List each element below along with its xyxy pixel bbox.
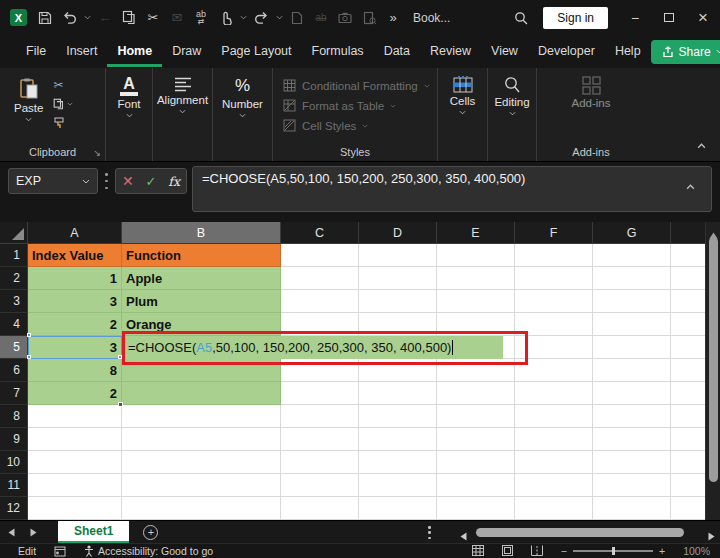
tab-review[interactable]: Review: [420, 36, 481, 67]
cell-b3[interactable]: Plum: [122, 290, 281, 313]
tab-formulas[interactable]: Formulas: [302, 36, 374, 67]
tab-help[interactable]: Help: [605, 36, 651, 67]
zoom-in-icon[interactable]: +: [659, 545, 665, 557]
formula-input[interactable]: =CHOOSE(A5,50,100, 150,200, 250,300, 350…: [192, 166, 712, 212]
cell[interactable]: [671, 336, 705, 359]
column-header-g[interactable]: G: [593, 222, 671, 244]
cell[interactable]: [671, 244, 705, 267]
cell[interactable]: [671, 451, 705, 474]
row-header[interactable]: 3: [0, 290, 28, 313]
cell[interactable]: [281, 474, 359, 497]
undo-dropdown-icon[interactable]: [81, 6, 93, 30]
undo-icon[interactable]: [57, 6, 81, 30]
normal-view-icon[interactable]: [472, 545, 484, 558]
cancel-icon[interactable]: ✕: [122, 173, 134, 189]
insert-function-icon[interactable]: fx: [168, 174, 180, 189]
cell[interactable]: [515, 405, 593, 428]
cell-a4[interactable]: 2: [28, 313, 122, 336]
cell[interactable]: [515, 267, 593, 290]
cell[interactable]: [515, 451, 593, 474]
save-icon[interactable]: [33, 6, 57, 30]
zoom-slider[interactable]: [573, 550, 653, 552]
redo-dropdown-icon[interactable]: [273, 6, 285, 30]
column-header-f[interactable]: F: [515, 222, 593, 244]
row-header[interactable]: 4: [0, 313, 28, 336]
back-icon[interactable]: ←: [93, 6, 117, 30]
previous-sheet-icon[interactable]: [0, 528, 22, 537]
cell[interactable]: [437, 428, 515, 451]
strikethrough-icon[interactable]: ab: [309, 6, 333, 30]
cell[interactable]: [437, 451, 515, 474]
cell-b7[interactable]: [122, 382, 281, 405]
row-header[interactable]: 7: [0, 382, 28, 405]
tab-draw[interactable]: Draw: [162, 36, 211, 67]
cell[interactable]: [359, 313, 437, 336]
cut-button[interactable]: ✂: [53, 78, 73, 92]
tab-home[interactable]: Home: [107, 36, 162, 67]
sheet-tab-sheet1[interactable]: Sheet1: [58, 521, 129, 543]
cell[interactable]: [593, 382, 671, 405]
cell[interactable]: [359, 244, 437, 267]
column-header-d[interactable]: D: [359, 222, 437, 244]
zoom-out-icon[interactable]: −: [561, 545, 567, 557]
camera-icon[interactable]: [333, 6, 357, 30]
cell[interactable]: [122, 428, 281, 451]
cell[interactable]: [281, 497, 359, 520]
accessibility-status[interactable]: Accessibility: Good to go: [84, 545, 213, 557]
cell-b6[interactable]: [122, 359, 281, 382]
cell[interactable]: [593, 474, 671, 497]
cell[interactable]: [28, 497, 122, 520]
cell[interactable]: [281, 359, 359, 382]
cell[interactable]: [671, 428, 705, 451]
alignment-menu-button[interactable]: Alignment: [153, 73, 212, 117]
cell[interactable]: [122, 497, 281, 520]
sign-in-button[interactable]: Sign in: [543, 7, 608, 29]
enter-icon[interactable]: ✓: [146, 174, 157, 189]
row-header[interactable]: 6: [0, 359, 28, 382]
cell[interactable]: [281, 382, 359, 405]
cell[interactable]: [281, 244, 359, 267]
row-header[interactable]: 1: [0, 244, 28, 267]
cell[interactable]: [28, 474, 122, 497]
cell[interactable]: [122, 451, 281, 474]
cell[interactable]: [515, 359, 593, 382]
cell[interactable]: [359, 474, 437, 497]
cell[interactable]: [515, 382, 593, 405]
cell-a3[interactable]: 3: [28, 290, 122, 313]
paste-button[interactable]: Paste: [8, 75, 49, 130]
row-header[interactable]: 9: [0, 428, 28, 451]
cell[interactable]: [281, 405, 359, 428]
cell[interactable]: [281, 451, 359, 474]
tab-page-layout[interactable]: Page Layout: [211, 36, 301, 67]
cell[interactable]: [437, 313, 515, 336]
conditional-formatting-button[interactable]: Conditional Formatting: [283, 79, 437, 92]
cell[interactable]: [593, 267, 671, 290]
cell-a2[interactable]: 1: [28, 267, 122, 290]
workbook-name[interactable]: Book...: [405, 11, 458, 25]
more-commands-icon[interactable]: »: [381, 6, 405, 30]
format-painter-button[interactable]: [53, 116, 73, 130]
tab-developer[interactable]: Developer: [528, 36, 605, 67]
cell[interactable]: [359, 428, 437, 451]
cell[interactable]: [359, 267, 437, 290]
macro-record-icon[interactable]: [54, 546, 66, 557]
cell[interactable]: [593, 405, 671, 428]
cell[interactable]: [359, 497, 437, 520]
name-box[interactable]: EXP: [8, 168, 98, 194]
tab-file[interactable]: File: [16, 36, 56, 67]
editing-menu-button[interactable]: Editing: [488, 73, 536, 119]
cell[interactable]: [593, 451, 671, 474]
cell[interactable]: [437, 290, 515, 313]
page-layout-view-icon[interactable]: [502, 545, 513, 558]
email-icon[interactable]: ✉: [165, 6, 189, 30]
cell-b2[interactable]: Apple: [122, 267, 281, 290]
addins-button[interactable]: Add-ins: [537, 73, 645, 112]
cell[interactable]: [359, 382, 437, 405]
column-header-e[interactable]: E: [437, 222, 515, 244]
find-replace-icon[interactable]: ab⇄: [189, 6, 213, 30]
vertical-scrollbar-thumb[interactable]: [709, 237, 718, 482]
cell[interactable]: [437, 382, 515, 405]
copy-button[interactable]: [53, 97, 73, 111]
format-as-table-button[interactable]: Format as Table: [283, 99, 437, 112]
cells-menu-button[interactable]: Cells: [438, 73, 487, 118]
